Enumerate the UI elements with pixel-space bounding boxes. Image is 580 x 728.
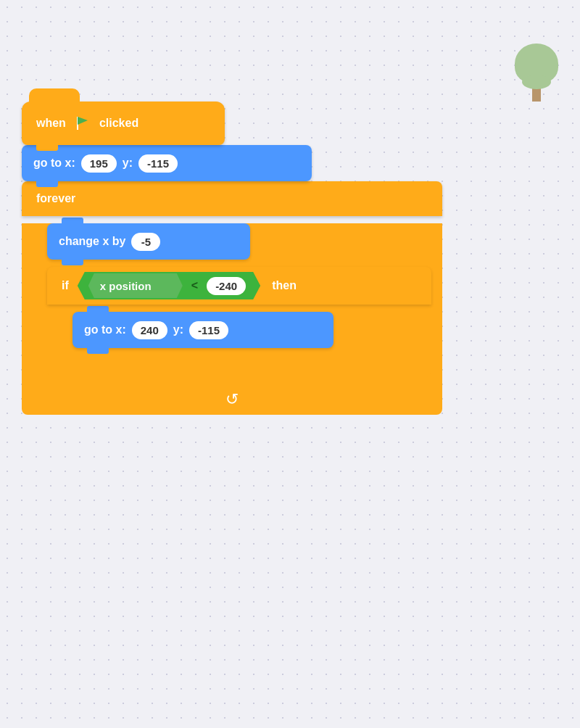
clicked-label: clicked xyxy=(99,117,138,130)
goto-y-value-1[interactable]: -115 xyxy=(138,154,178,173)
x-position-label: x position xyxy=(100,280,152,292)
condition-block[interactable]: x position < -240 xyxy=(78,272,260,299)
condition-inner: x position xyxy=(88,273,183,298)
if-block-wrapper: if x position < -240 then xyxy=(47,267,442,377)
change-x-value[interactable]: -5 xyxy=(131,233,160,251)
forever-body: change x by -5 if x position < xyxy=(22,223,442,384)
if-body: go to x: 240 y: -115 xyxy=(47,312,431,348)
tree-top xyxy=(515,44,558,83)
change-x-block[interactable]: change x by -5 xyxy=(47,223,250,260)
svg-marker-1 xyxy=(78,117,88,125)
forever-label: forever xyxy=(36,192,75,205)
scratch-workspace: when clicked go to x: 195 y: -115 foreve xyxy=(0,0,580,728)
then-label: then xyxy=(272,279,297,292)
when-flag-clicked-block[interactable]: when clicked xyxy=(22,102,225,145)
goto-x-inner[interactable]: 240 xyxy=(132,321,167,339)
goto-y-label-inner: y: xyxy=(173,323,183,336)
if-header[interactable]: if x position < -240 then xyxy=(47,267,431,305)
condition-value[interactable]: -240 xyxy=(207,277,246,295)
goto-y-label-1: y: xyxy=(123,157,133,170)
goto-block-1[interactable]: go to x: 195 y: -115 xyxy=(22,145,312,181)
forever-footer: ↺ xyxy=(22,384,442,415)
goto-inner-block[interactable]: go to x: 240 y: -115 xyxy=(72,312,334,348)
if-footer xyxy=(47,355,431,377)
goto-x-value-1[interactable]: 195 xyxy=(81,154,117,173)
goto-label-1: go to x: xyxy=(33,157,75,170)
loop-arrow-icon: ↺ xyxy=(225,390,239,409)
if-label: if xyxy=(62,279,69,292)
operator-less-than: < xyxy=(191,279,198,292)
tree-decoration xyxy=(515,44,558,102)
forever-header[interactable]: forever xyxy=(22,181,442,216)
goto-label-inner: go to x: xyxy=(84,323,126,336)
when-label: when xyxy=(36,117,66,130)
goto-y-inner[interactable]: -115 xyxy=(189,321,228,339)
green-flag-icon xyxy=(73,114,92,133)
change-x-label: change x by xyxy=(59,235,125,248)
blocks-container: when clicked go to x: 195 y: -115 foreve xyxy=(22,102,442,415)
